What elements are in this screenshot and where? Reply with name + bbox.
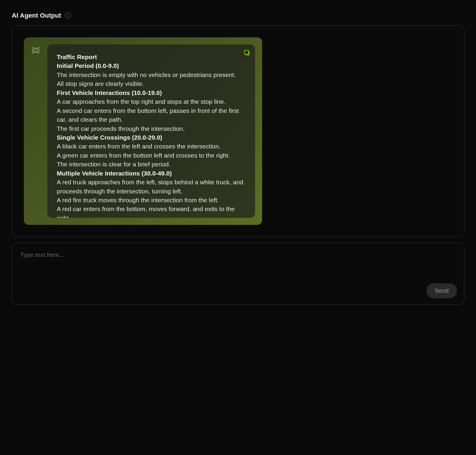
report-line: A green car enters from the bottom left … [57, 151, 246, 160]
report-content-box: Traffic Report Initial Period (0.0-9.0) … [47, 44, 255, 218]
send-button[interactable]: Send [427, 283, 457, 298]
agent-message-card: Traffic Report Initial Period (0.0-9.0) … [24, 37, 262, 225]
report-line: A black car enters from the left and cro… [57, 142, 246, 151]
svg-line-15 [36, 52, 38, 53]
report-text: Traffic Report Initial Period (0.0-9.0) … [57, 53, 246, 218]
page-title: AI Agent Output [12, 12, 61, 19]
section-heading: Single Vehicle Crossings (20.0-29.0) [57, 133, 246, 142]
svg-point-3 [35, 48, 36, 49]
svg-line-13 [36, 48, 38, 50]
report-line: The first car proceeds through the inter… [57, 124, 246, 133]
svg-point-0 [32, 47, 33, 48]
report-line: A red fire truck moves through the inter… [57, 196, 246, 205]
agent-network-icon [31, 46, 40, 55]
svg-line-12 [36, 48, 38, 48]
svg-point-2 [32, 52, 33, 53]
copy-icon[interactable] [243, 49, 250, 56]
svg-line-11 [33, 52, 35, 53]
report-line: A second car enters from the bottom left… [57, 106, 246, 124]
input-panel: Send [12, 243, 464, 305]
report-line: The intersection is empty with no vehicl… [57, 71, 246, 79]
section-heading: Multiple Vehicle Interactions (30.0-49.0… [57, 169, 246, 178]
section-heading: First Vehicle Interactions (10.0-19.0) [57, 88, 246, 97]
report-title: Traffic Report [57, 53, 246, 61]
svg-rect-16 [244, 50, 249, 54]
output-panel: Traffic Report Initial Period (0.0-9.0) … [12, 25, 464, 237]
svg-line-8 [33, 48, 35, 48]
message-input[interactable] [20, 251, 456, 296]
report-line: The intersection is clear for a brief pe… [57, 160, 246, 169]
output-header: AI Agent Output i [12, 12, 464, 19]
svg-line-14 [36, 50, 38, 52]
section-heading: Initial Period (0.0-9.0) [57, 61, 246, 70]
report-line: A car approaches from the top right and … [57, 97, 246, 106]
report-line: All stop signs are clearly visible. [57, 79, 246, 88]
svg-point-4 [35, 51, 36, 53]
svg-line-9 [33, 48, 35, 50]
svg-point-7 [38, 52, 39, 53]
svg-line-10 [33, 50, 35, 52]
report-line: A red car enters from the bottom, moves … [57, 205, 246, 218]
svg-point-5 [38, 47, 39, 48]
report-line: A red truck approaches from the left, st… [57, 178, 246, 196]
info-icon[interactable]: i [65, 13, 71, 19]
svg-point-1 [32, 50, 33, 51]
svg-point-6 [38, 50, 39, 51]
